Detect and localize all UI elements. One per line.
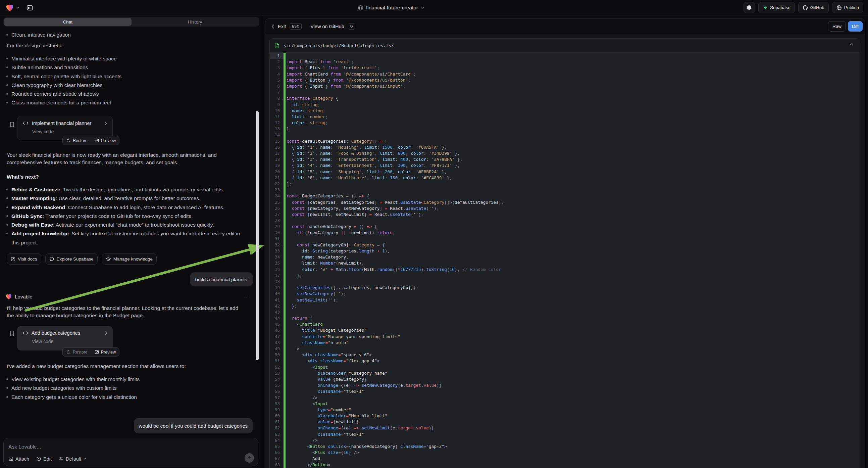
code-line: 50 <div className="space-y-6"> [270, 352, 860, 358]
visit-docs-button[interactable]: Visit docs [7, 254, 41, 265]
code-line: 45 <ChartCard [270, 321, 860, 327]
code-line-text: <Button onClick={handleAddCategory} clas… [286, 443, 860, 449]
code-line-text [286, 187, 860, 193]
line-number: 35 [270, 260, 283, 266]
line-number: 27 [270, 211, 283, 217]
diff-added-bar [283, 156, 285, 163]
code-line: 53 placeholder="Category name" [270, 370, 860, 376]
list-item: Each category gets a unique color for vi… [0, 393, 249, 402]
code-line: 31 [270, 236, 860, 242]
message-menu-button[interactable]: ... [244, 293, 251, 298]
file-header[interactable]: src/components/budget/BudgetCategories.t… [270, 39, 860, 53]
code-line-text: placeholder="Monthly limit" [286, 413, 860, 419]
edit-button[interactable]: Edit [36, 456, 52, 462]
tab-history[interactable]: History [131, 18, 259, 26]
code-line-text: name: newCategory, [286, 254, 860, 260]
chat-scrollbar[interactable] [256, 111, 259, 360]
preview-button[interactable]: Preview [101, 350, 116, 354]
code-line: 35 limit: Number(newLimit), [270, 260, 860, 266]
diff-added-bar [283, 89, 285, 95]
github-button[interactable]: GitHub [798, 2, 829, 13]
code-line-text: const BudgetCategories = () => { [286, 193, 860, 199]
code-line: 30 if (!newCategory || !newLimit) return… [270, 230, 860, 236]
file-path: src/components/budget/BudgetCategories.t… [283, 43, 394, 48]
mode-selector[interactable]: Default [59, 456, 86, 462]
line-number: 1 [270, 53, 283, 59]
code-line: 27 const [newLimit, setNewLimit] = React… [270, 211, 860, 217]
arrow-up-icon [247, 456, 252, 460]
view-on-github-button[interactable]: View on GitHub [310, 24, 344, 29]
chat-composer[interactable]: Ask Lovable... Attach Edit Default [3, 438, 258, 466]
code-line: 36 color: '#' + Math.floor(Math.random()… [270, 267, 860, 273]
line-number: 54 [270, 376, 283, 382]
file-card: src/components/budget/BudgetCategories.t… [270, 38, 860, 468]
line-number: 16 [270, 144, 283, 150]
diff-toggle-button[interactable]: Diff [848, 21, 863, 32]
tab-chat[interactable]: Chat [4, 18, 131, 26]
bullet-dot [6, 233, 8, 234]
line-number: 22 [270, 181, 283, 187]
code-line: 63 className="flex-1" [270, 431, 860, 437]
list-item-text: Refine & Customize: Tweak the design, an… [11, 185, 246, 194]
code-line-text: { id: '4', name: 'Entertainment', limit:… [286, 163, 860, 169]
line-number: 3 [270, 65, 283, 71]
code-line-text: }; [286, 303, 860, 309]
diff-added-bar [283, 205, 285, 211]
diff-added-bar [283, 120, 285, 126]
code-line: 22]; [270, 181, 860, 187]
line-number: 68 [270, 462, 283, 468]
list-item-text: Rounded corners and subtle shadows [11, 90, 246, 98]
diff-added-bar [283, 138, 285, 144]
line-number: 24 [270, 193, 283, 199]
line-number: 43 [270, 309, 283, 315]
code-line: 33 id: String(categories.length + 1), [270, 248, 860, 254]
exit-button[interactable]: Exit [278, 24, 286, 29]
publish-button[interactable]: Publish [832, 2, 863, 13]
version-card-add-budget-categories[interactable]: Add budget categories View code [17, 326, 113, 351]
assistant-paragraph: I've added a new budget categories manag… [7, 362, 186, 370]
back-chevron-icon[interactable] [272, 24, 275, 29]
code-line: 39 setCategories([...categories, newCate… [270, 285, 860, 291]
code-line-text: import { Plus } from 'lucide-react'; [286, 65, 860, 71]
line-number: 13 [270, 126, 283, 132]
code-line: 37 }; [270, 273, 860, 279]
settings-button[interactable] [744, 2, 755, 13]
diff-added-bar [283, 230, 285, 236]
top-bar: financial-future-creator Supabase GitHub… [0, 0, 868, 16]
list-item: Refine & Customize: Tweak the design, an… [0, 185, 249, 194]
bullet-dot [6, 206, 8, 208]
fold-chevron-icon[interactable]: ⌄ [281, 242, 283, 248]
raw-toggle-button[interactable]: Raw [828, 21, 846, 32]
line-number: 39 [270, 285, 283, 291]
code-line-text: name: string; [286, 108, 860, 114]
code-line: 12 color: string; [270, 120, 860, 126]
code-line-text: setNewLimit(''); [286, 297, 860, 303]
code-line: 11 limit: number; [270, 114, 860, 120]
view-code-link[interactable]: View code [32, 129, 107, 134]
code-line-text: import React from 'react'; [286, 59, 860, 65]
code-line-text [286, 53, 860, 59]
send-button[interactable] [245, 453, 254, 463]
attach-button[interactable]: Attach [8, 456, 29, 462]
code-editor[interactable]: 12import React from 'react';3import { Pl… [270, 53, 860, 468]
line-number: 36 [270, 267, 283, 273]
view-code-link[interactable]: View code [32, 339, 107, 344]
restore-button[interactable]: Restore [73, 138, 88, 143]
list-item: Add new budget categories with custom li… [0, 384, 249, 392]
list-item: Expand with Backend: Connect Supabase to… [0, 203, 249, 212]
collapse-chevron-up-icon[interactable] [849, 43, 854, 46]
code-line-text [286, 89, 860, 95]
restore-button[interactable]: Restore [73, 350, 88, 354]
supabase-button[interactable]: Supabase [758, 2, 795, 13]
explore-supabase-button[interactable]: Explore Supabase [45, 254, 98, 265]
line-number: 5 [270, 77, 283, 83]
bullet-dot [6, 58, 8, 59]
code-line-text: import { Button } from '@/components/ui/… [286, 77, 860, 83]
manage-knowledge-button[interactable]: Manage knowledge [102, 254, 157, 265]
project-switcher[interactable]: financial-future-creator [0, 0, 825, 16]
code-line: 15const defaultCategories: Category[] = … [270, 138, 860, 144]
preview-button[interactable]: Preview [101, 138, 116, 143]
code-line: 28 [270, 217, 860, 224]
fold-chevron-icon[interactable]: ⌄ [281, 95, 283, 101]
user-message-bubble: build a financial planner [190, 272, 253, 286]
